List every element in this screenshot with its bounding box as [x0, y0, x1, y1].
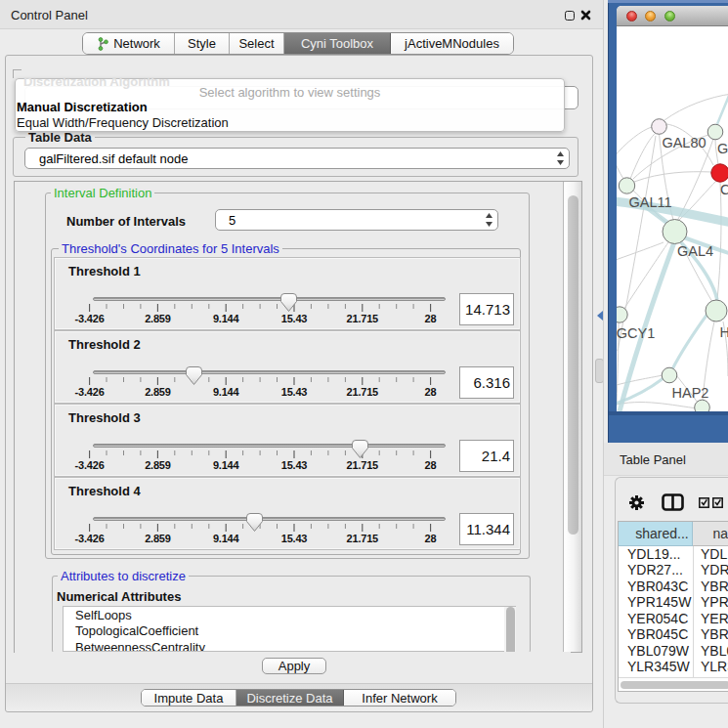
svg-text:GAL80: GAL80 [662, 135, 706, 150]
svg-text:HAP2: HAP2 [672, 385, 709, 401]
svg-text:G: G [717, 141, 728, 156]
svg-text:GAL4: GAL4 [677, 243, 713, 259]
svg-text:C: C [720, 182, 728, 197]
svg-text:GCY1: GCY1 [617, 325, 655, 341]
svg-text:GAL11: GAL11 [628, 194, 671, 210]
svg-text:H: H [720, 324, 728, 340]
